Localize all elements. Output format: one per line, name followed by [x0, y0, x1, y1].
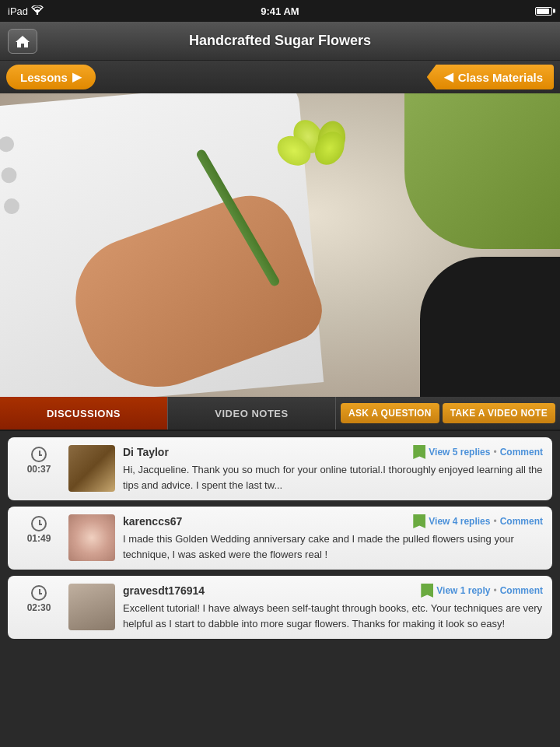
comment-text: I made this Golden Wedding anniversary c…: [123, 531, 543, 562]
view-replies-link[interactable]: View 5 replies: [429, 447, 490, 458]
reply-actions: View 1 reply • Comment: [421, 584, 543, 598]
class-materials-arrow-icon: ◀: [444, 70, 453, 84]
comment-thumbnail: [68, 445, 115, 492]
timestamp: 01:49: [27, 533, 51, 544]
status-bar: iPad 9:41 AM: [0, 0, 560, 22]
time-label: 01:49: [17, 514, 61, 544]
clock-icon: [31, 516, 47, 531]
lessons-arrow-icon: ▶: [72, 70, 82, 84]
tab-video-notes[interactable]: VIDEO NOTES: [168, 397, 336, 430]
separator: •: [493, 585, 496, 596]
comment-text: Hi, Jacqueline. Thank you so much for yo…: [123, 462, 543, 493]
time-label: 00:37: [17, 445, 61, 475]
comment-thumbnail: [68, 514, 115, 561]
comment-header: gravesdt176914 View 1 reply • Comment: [123, 584, 543, 598]
timestamp: 02:30: [27, 602, 51, 613]
commenter-name: Di Taylor: [123, 446, 169, 458]
svg-point-0: [37, 12, 38, 14]
commenter-name: karenccs67: [123, 515, 182, 528]
bookmark-icon: [421, 584, 433, 598]
reply-actions: View 5 replies • Comment: [413, 445, 543, 459]
toolbar: Lessons ▶ ◀ Class Materials: [0, 61, 560, 93]
class-materials-label: Class Materials: [458, 71, 543, 84]
take-video-note-button[interactable]: TAKE A VIDEO NOTE: [443, 403, 555, 423]
bookmark-icon: [413, 514, 425, 528]
discussion-item: 01:49 karenccs67 View 4 replies • Commen…: [8, 507, 552, 570]
comment-header: karenccs67 View 4 replies • Comment: [123, 514, 543, 528]
discussions-list: 00:37 Di Taylor View 5 replies • Comment…: [0, 431, 560, 747]
wifi-icon: [31, 5, 44, 17]
lessons-label: Lessons: [20, 71, 68, 84]
tab-discussions[interactable]: DISCUSSIONS: [0, 397, 168, 430]
comment-header: Di Taylor View 5 replies • Comment: [123, 445, 543, 459]
nav-bar: Handcrafted Sugar Flowers: [0, 22, 560, 61]
tab-action-buttons: ASK A QUESTION TAKE A VIDEO NOTE: [336, 397, 560, 430]
tab-bar: DISCUSSIONS VIDEO NOTES ASK A QUESTION T…: [0, 397, 560, 431]
comment-body: Di Taylor View 5 replies • Comment Hi, J…: [123, 445, 543, 493]
comment-body: gravesdt176914 View 1 reply • Comment Ex…: [123, 584, 543, 631]
timestamp: 00:37: [27, 464, 51, 475]
clock-icon: [31, 585, 47, 601]
comment-thumbnail: [68, 584, 115, 630]
comment-text: Excellent tutorial! I have always been s…: [123, 601, 543, 631]
comment-link[interactable]: Comment: [500, 447, 543, 458]
discussion-item: 02:30 gravesdt176914 View 1 reply • Comm…: [8, 576, 552, 639]
time-label: 02:30: [17, 584, 61, 613]
view-replies-link[interactable]: View 4 replies: [429, 516, 490, 527]
view-replies-link[interactable]: View 1 reply: [436, 585, 490, 596]
carrier-label: iPad: [8, 5, 28, 17]
comment-link[interactable]: Comment: [500, 585, 543, 596]
clock-icon: [31, 447, 47, 462]
status-time: 9:41 AM: [261, 5, 299, 17]
comment-link[interactable]: Comment: [500, 516, 543, 527]
ask-question-button[interactable]: ASK A QUESTION: [341, 403, 439, 423]
commenter-name: gravesdt176914: [123, 584, 205, 597]
lessons-button[interactable]: Lessons ▶: [6, 65, 96, 89]
separator: •: [493, 516, 496, 527]
discussion-item: 00:37 Di Taylor View 5 replies • Comment…: [8, 437, 552, 500]
separator: •: [493, 447, 496, 458]
class-materials-button[interactable]: ◀ Class Materials: [427, 65, 554, 89]
reply-actions: View 4 replies • Comment: [413, 514, 543, 528]
page-title: Handcrafted Sugar Flowers: [189, 33, 371, 49]
comment-body: karenccs67 View 4 replies • Comment I ma…: [123, 514, 543, 562]
bookmark-icon: [413, 445, 425, 459]
video-player[interactable]: [0, 93, 560, 397]
home-button[interactable]: [8, 29, 37, 54]
battery-icon: [535, 7, 552, 16]
